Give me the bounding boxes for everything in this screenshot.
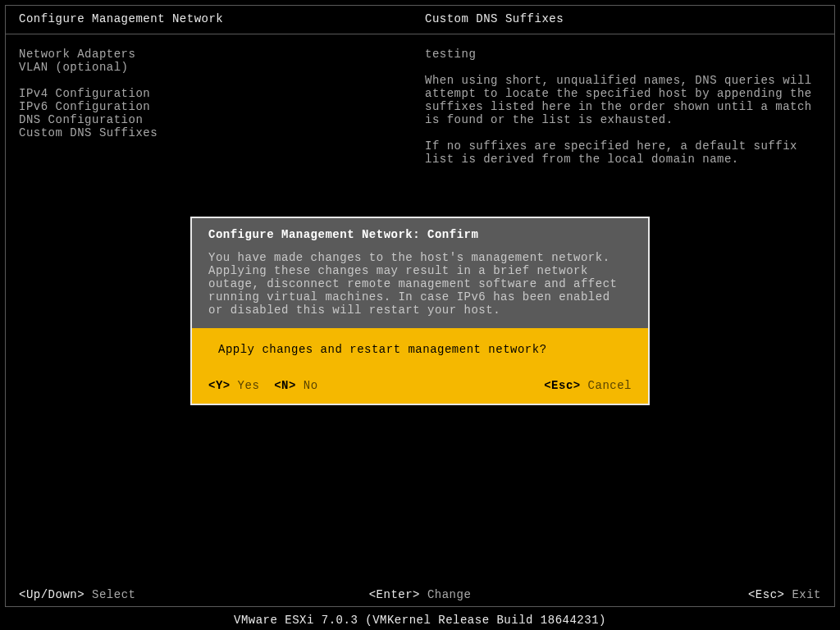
dialog-bottom: Apply changes and restart management net… (192, 328, 648, 404)
menu-custom-dns-suffixes[interactable]: Custom DNS Suffixes (19, 126, 420, 139)
dialog-actions: <Y> Yes <N> No <Esc> Cancel (208, 379, 632, 392)
menu-dns-config[interactable]: DNS Configuration (19, 113, 420, 126)
menu-column: Network Adapters VLAN (optional) IPv4 Co… (19, 48, 420, 179)
menu-network-adapters[interactable]: Network Adapters (19, 48, 420, 61)
yes-label: Yes (231, 379, 260, 392)
help-paragraph-2: If no suffixes are specified here, a def… (425, 139, 821, 166)
footer-hints: <Up/Down> Select <Enter> Change <Esc> Ex… (19, 588, 821, 601)
menu-ipv6-config[interactable]: IPv6 Configuration (19, 100, 420, 113)
menu-ipv4-config[interactable]: IPv4 Configuration (19, 87, 420, 100)
updown-label: Select (84, 588, 135, 601)
hint-updown: <Up/Down> Select (19, 588, 135, 601)
dialog-body: You have made changes to the host's mana… (208, 251, 632, 317)
detail-column: testing When using short, unqualified na… (420, 48, 821, 179)
product-footer: VMware ESXi 7.0.3 (VMKernel Release Buil… (0, 614, 840, 627)
dialog-prompt: Apply changes and restart management net… (208, 343, 632, 356)
no-label: No (296, 379, 318, 392)
page-title: Configure Management Network (19, 12, 420, 25)
esc-label: Exit (784, 588, 821, 601)
menu-vlan[interactable]: VLAN (optional) (19, 61, 420, 74)
dialog-top: Configure Management Network: Confirm Yo… (192, 218, 648, 328)
section-title: Custom DNS Suffixes (420, 12, 821, 25)
cancel-key: <Esc> (544, 379, 581, 392)
no-button[interactable]: <N> No (274, 379, 317, 392)
no-key: <N> (274, 379, 296, 392)
dialog-title: Configure Management Network: Confirm (208, 228, 632, 241)
esc-key: <Esc> (748, 588, 785, 601)
confirm-dialog: Configure Management Network: Confirm Yo… (190, 217, 650, 405)
header-bar: Configure Management Network Custom DNS … (6, 6, 834, 34)
hint-enter: <Enter> Change (369, 588, 472, 601)
hint-esc: <Esc> Exit (748, 588, 821, 601)
cancel-button[interactable]: <Esc> Cancel (544, 379, 632, 392)
enter-label: Change (420, 588, 471, 601)
cancel-label: Cancel (581, 379, 632, 392)
content-area: Network Adapters VLAN (optional) IPv4 Co… (6, 34, 834, 192)
enter-key: <Enter> (369, 588, 420, 601)
help-paragraph-1: When using short, unqualified names, DNS… (425, 74, 821, 126)
updown-key: <Up/Down> (19, 588, 84, 601)
yes-key: <Y> (208, 379, 231, 392)
suffix-value: testing (425, 48, 821, 61)
yes-button[interactable]: <Y> Yes (208, 379, 259, 392)
